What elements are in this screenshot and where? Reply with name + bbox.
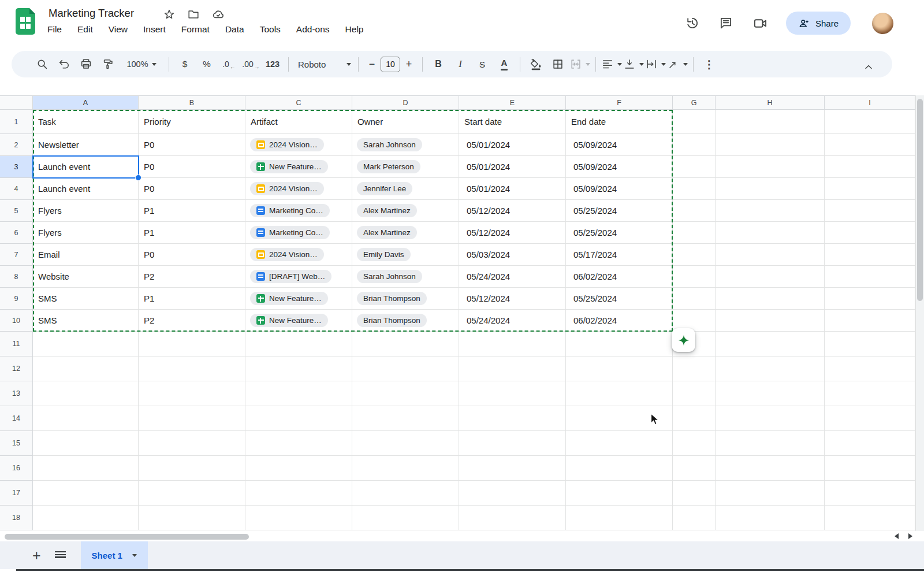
cell-F17[interactable] <box>566 481 673 506</box>
cell-I8[interactable] <box>825 266 915 288</box>
cell-I14[interactable] <box>825 406 915 431</box>
borders-icon[interactable] <box>547 54 569 75</box>
menu-addons[interactable]: Add-ons <box>296 24 330 35</box>
owner-chip[interactable]: Sarah Johnson <box>357 138 422 151</box>
cell-A7[interactable]: Email <box>33 244 139 266</box>
vertical-scrollbar[interactable] <box>915 95 924 531</box>
decrease-decimal-button[interactable]: .0← <box>218 54 240 75</box>
comments-icon[interactable] <box>715 12 737 34</box>
cell-F9[interactable]: 05/25/2024 <box>566 288 673 310</box>
cell-C1[interactable]: Artifact <box>245 110 352 134</box>
cell-H7[interactable] <box>716 244 825 266</box>
currency-format-button[interactable]: $ <box>174 54 196 75</box>
cell-F1[interactable]: End date <box>566 110 673 134</box>
cell-B13[interactable] <box>139 381 245 406</box>
row-header-18[interactable]: 18 <box>0 506 33 530</box>
cell-B18[interactable] <box>139 506 245 530</box>
row-header-13[interactable]: 13 <box>0 381 33 406</box>
sheet-tab-active[interactable]: Sheet 1 <box>81 541 148 569</box>
meet-video-icon[interactable] <box>749 12 771 34</box>
fill-color-icon[interactable] <box>525 54 547 75</box>
cell-B3[interactable]: P0 <box>139 156 245 178</box>
cell-D16[interactable] <box>352 456 459 481</box>
cell-H11[interactable] <box>716 332 825 356</box>
menu-view[interactable]: View <box>109 24 128 35</box>
zoom-select[interactable]: 100% <box>119 54 164 75</box>
cell-E7[interactable]: 05/03/2024 <box>459 244 566 266</box>
cell-I10[interactable] <box>825 310 915 332</box>
grid-corner[interactable] <box>0 95 33 110</box>
cell-A12[interactable] <box>33 356 139 381</box>
cell-F8[interactable]: 06/02/2024 <box>566 266 673 288</box>
cell-I7[interactable] <box>825 244 915 266</box>
row-header-3[interactable]: 3 <box>0 156 33 178</box>
cell-C17[interactable] <box>245 481 352 506</box>
cell-G4[interactable] <box>673 178 716 200</box>
cell-I15[interactable] <box>825 431 915 456</box>
col-header-B[interactable]: B <box>139 95 245 110</box>
cell-C11[interactable] <box>245 332 352 356</box>
cell-I9[interactable] <box>825 288 915 310</box>
col-header-G[interactable]: G <box>673 95 716 110</box>
text-color-button[interactable]: A <box>493 54 515 75</box>
cell-C14[interactable] <box>245 406 352 431</box>
cell-F11[interactable] <box>566 332 673 356</box>
cell-A6[interactable]: Flyers <box>33 222 139 244</box>
cell-A10[interactable]: SMS <box>33 310 139 332</box>
cell-G1[interactable] <box>673 110 716 134</box>
row-header-11[interactable]: 11 <box>0 332 33 356</box>
spreadsheet-grid[interactable]: ABCDEFGHI1TaskPriorityArtifactOwnerStart… <box>0 95 915 531</box>
col-header-F[interactable]: F <box>566 95 673 110</box>
cell-G6[interactable] <box>673 222 716 244</box>
cell-D3[interactable]: Mark Peterson <box>352 156 459 178</box>
cell-E11[interactable] <box>459 332 566 356</box>
cell-G12[interactable] <box>673 356 716 381</box>
cell-B6[interactable]: P1 <box>139 222 245 244</box>
row-header-10[interactable]: 10 <box>0 310 33 332</box>
cell-D11[interactable] <box>352 332 459 356</box>
cell-A15[interactable] <box>33 431 139 456</box>
cell-D18[interactable] <box>352 506 459 530</box>
cell-E3[interactable]: 05/01/2024 <box>459 156 566 178</box>
row-header-1[interactable]: 1 <box>0 110 33 134</box>
artifact-chip[interactable]: 2024 Vision… <box>250 138 324 151</box>
decrease-font-size-button[interactable]: − <box>363 54 381 75</box>
cell-C6[interactable]: Marketing Co… <box>245 222 352 244</box>
menu-edit[interactable]: Edit <box>77 24 93 35</box>
menu-data[interactable]: Data <box>225 24 244 35</box>
star-icon[interactable] <box>163 8 176 21</box>
cell-I13[interactable] <box>825 381 915 406</box>
cell-H6[interactable] <box>716 222 825 244</box>
cell-B12[interactable] <box>139 356 245 381</box>
bold-button[interactable]: B <box>427 54 449 75</box>
artifact-chip[interactable]: New Feature… <box>250 292 328 305</box>
cell-G15[interactable] <box>673 431 716 456</box>
cell-A9[interactable]: SMS <box>33 288 139 310</box>
cell-E18[interactable] <box>459 506 566 530</box>
cell-B16[interactable] <box>139 456 245 481</box>
cell-D8[interactable]: Sarah Johnson <box>352 266 459 288</box>
cell-F7[interactable]: 05/17/2024 <box>566 244 673 266</box>
cell-H1[interactable] <box>716 110 825 134</box>
number-format-button[interactable]: 123 <box>262 54 284 75</box>
cell-C7[interactable]: 2024 Vision… <box>245 244 352 266</box>
cell-A2[interactable]: Newsletter <box>33 134 139 156</box>
increase-decimal-button[interactable]: .00→ <box>240 54 262 75</box>
print-icon[interactable] <box>75 54 97 75</box>
cell-I16[interactable] <box>825 456 915 481</box>
row-header-16[interactable]: 16 <box>0 456 33 481</box>
cell-G3[interactable] <box>673 156 716 178</box>
cell-B17[interactable] <box>139 481 245 506</box>
row-header-2[interactable]: 2 <box>0 134 33 156</box>
percent-format-button[interactable]: % <box>196 54 218 75</box>
row-header-4[interactable]: 4 <box>0 178 33 200</box>
cell-H16[interactable] <box>716 456 825 481</box>
cell-G9[interactable] <box>673 288 716 310</box>
cell-D6[interactable]: Alex Martinez <box>352 222 459 244</box>
cell-E1[interactable]: Start date <box>459 110 566 134</box>
cell-B10[interactable]: P2 <box>139 310 245 332</box>
cell-G5[interactable] <box>673 200 716 222</box>
cell-E10[interactable]: 05/24/2024 <box>459 310 566 332</box>
cell-D17[interactable] <box>352 481 459 506</box>
cell-I3[interactable] <box>825 156 915 178</box>
